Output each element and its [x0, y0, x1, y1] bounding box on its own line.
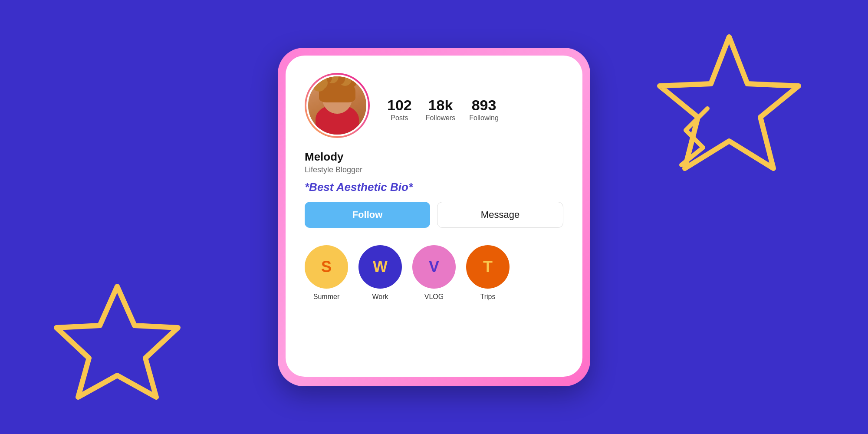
posts-count: 102 [387, 98, 412, 112]
stat-followers: 18k Followers [426, 98, 455, 122]
avatar-hair [319, 80, 355, 102]
highlight-label-vlog: VLOG [424, 293, 444, 301]
highlight-summer[interactable]: S Summer [305, 245, 348, 301]
phone-mockup: 102 Posts 18k Followers 893 Following Me… [278, 48, 590, 386]
action-buttons: Follow Message [305, 202, 563, 228]
profile-name: Melody [305, 150, 563, 164]
highlight-label-work: Work [372, 293, 388, 301]
highlight-circle-work[interactable]: W [358, 245, 402, 289]
stat-posts: 102 Posts [387, 98, 412, 122]
highlight-vlog[interactable]: V VLOG [412, 245, 456, 301]
avatar-image [308, 76, 366, 135]
highlight-label-trips: Trips [480, 293, 496, 301]
highlight-circle-summer[interactable]: S [305, 245, 348, 289]
avatar [305, 73, 370, 138]
message-button[interactable]: Message [437, 202, 563, 228]
highlight-work[interactable]: W Work [358, 245, 402, 301]
profile-title: Lifestyle Blogger [305, 165, 563, 174]
phone-screen: 102 Posts 18k Followers 893 Following Me… [286, 56, 582, 377]
followers-label: Followers [426, 114, 455, 122]
decorative-star-right [651, 26, 807, 182]
highlight-trips[interactable]: T Trips [466, 245, 510, 301]
stat-following: 893 Following [469, 98, 499, 122]
stats-section: 102 Posts 18k Followers 893 Following [387, 89, 563, 122]
follow-button[interactable]: Follow [305, 202, 430, 228]
followers-count: 18k [428, 98, 453, 112]
svg-marker-0 [56, 286, 178, 397]
highlights-section: S Summer W Work V VLOG T Trips [305, 245, 563, 301]
highlight-label-summer: Summer [313, 293, 339, 301]
decorative-star-left [52, 278, 182, 408]
svg-marker-1 [660, 37, 799, 168]
highlight-circle-trips[interactable]: T [466, 245, 510, 289]
following-count: 893 [472, 98, 496, 112]
profile-info: Melody Lifestyle Blogger *Best Aesthetic… [305, 150, 563, 194]
highlight-circle-vlog[interactable]: V [412, 245, 456, 289]
profile-header: 102 Posts 18k Followers 893 Following [305, 73, 563, 138]
following-label: Following [469, 114, 499, 122]
posts-label: Posts [391, 114, 408, 122]
profile-bio: *Best Aesthetic Bio* [305, 181, 563, 194]
